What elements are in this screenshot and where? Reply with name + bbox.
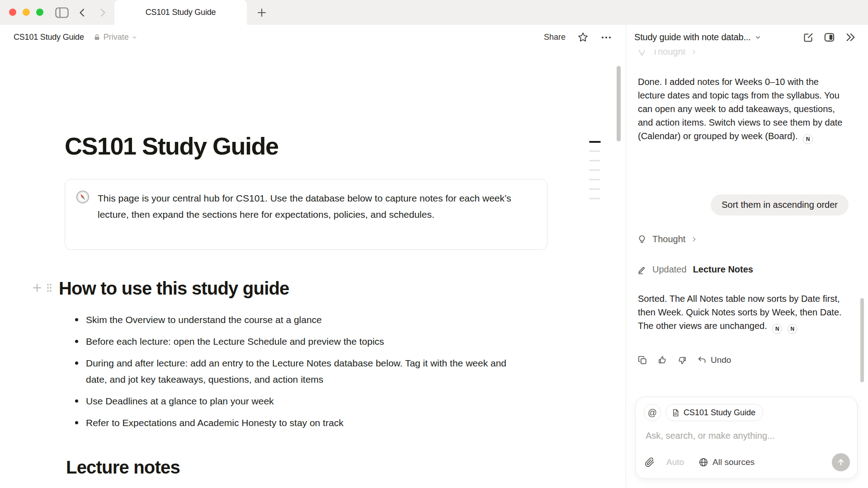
assistant-message: Sorted. The All Notes table now sorts by… (638, 292, 847, 334)
section-heading-row: How to use this study guide (32, 278, 289, 299)
list-item[interactable]: Before each lecture: open the Lecture Sc… (66, 333, 509, 350)
list-item[interactable]: Skim the Overview to understand the cour… (66, 312, 509, 328)
user-message-text: Sort them in ascending order (722, 200, 838, 210)
undo-arrow-icon (697, 355, 707, 365)
notion-page-link-icon[interactable]: N (803, 134, 813, 144)
context-page-chip[interactable]: CS101 Study Guide (665, 404, 763, 421)
sidebar-toggle-icon[interactable] (54, 0, 70, 25)
list-item[interactable]: Refer to Expectations and Academic Hones… (66, 415, 509, 431)
undo-label: Undo (711, 355, 731, 365)
favorite-star-icon[interactable] (577, 32, 589, 43)
attach-paperclip-icon[interactable] (645, 457, 655, 467)
thread-selector[interactable]: Study guide with note datab... (634, 32, 761, 42)
lock-icon (93, 33, 101, 41)
ai-panel: Study guide with note datab... (626, 25, 868, 488)
new-tab-icon[interactable] (255, 0, 269, 25)
updated-page-row[interactable]: Updated Lecture Notes (637, 264, 753, 275)
mention-button[interactable]: @ (644, 404, 661, 421)
ai-panel-header: Study guide with note datab... (626, 25, 868, 50)
panel-layout-icon[interactable] (824, 32, 835, 43)
assistant-message-text: Done. I added notes for Weeks 0–10 with … (638, 77, 842, 141)
page-header: CS101 Study Guide Private Share (0, 25, 626, 50)
chat-composer[interactable]: @ CS101 Study Guide Ask, search, or make… (635, 397, 858, 479)
context-page-name: CS101 Study Guide (684, 408, 755, 418)
drag-handle-icon[interactable] (46, 283, 52, 295)
thought-toggle-row[interactable]: Thought (637, 234, 698, 244)
toc-dash (589, 160, 600, 161)
toc-dash (589, 188, 600, 190)
close-window-button[interactable] (9, 9, 16, 16)
callout-text: This page is your central hub for CS101.… (98, 190, 520, 223)
lecture-notes-heading[interactable]: Lecture notes (66, 457, 180, 478)
thought-label: Thought (652, 234, 685, 244)
assistant-message-text: Sorted. The All Notes table now sorts by… (638, 294, 842, 331)
table-of-contents-indicator[interactable] (589, 141, 601, 207)
breadcrumb[interactable]: CS101 Study Guide (14, 33, 84, 42)
collapse-panel-icon[interactable] (845, 32, 856, 43)
callout-block[interactable]: This page is your central hub for CS101.… (65, 179, 547, 250)
chevron-down-icon (132, 34, 137, 40)
send-button[interactable] (832, 453, 850, 471)
at-sign-icon: @ (648, 408, 657, 418)
composer-toolbar: Auto All sources (645, 453, 850, 471)
page-title[interactable]: CS101 Study Guide (65, 132, 278, 160)
thread-title: Study guide with note datab... (634, 32, 751, 42)
lightbulb-icon (637, 50, 647, 57)
edit-pencil-icon (637, 265, 647, 275)
user-message-bubble: Sort them in ascending order (711, 194, 849, 216)
tab-cs101-study-guide[interactable]: CS101 Study Guide (114, 0, 247, 25)
composer-context-row: @ CS101 Study Guide (644, 404, 763, 421)
compass-emoji-icon[interactable] (76, 190, 90, 204)
thumbs-up-icon[interactable] (657, 355, 667, 365)
toc-dash (589, 169, 600, 171)
panel-scrollbar-thumb[interactable] (860, 298, 864, 382)
updated-page-name: Lecture Notes (693, 264, 753, 275)
new-chat-compose-icon[interactable] (803, 32, 814, 43)
toc-dash (589, 150, 600, 152)
model-auto-selector[interactable]: Auto (666, 457, 684, 467)
document-icon (671, 408, 680, 417)
arrow-up-icon (836, 458, 845, 467)
window-titlebar: CS101 Study Guide (0, 0, 868, 25)
list-item[interactable]: Use Deadlines at a glance to plan your w… (66, 393, 509, 409)
list-item[interactable]: During and after lecture: add an entry t… (66, 355, 509, 388)
lightbulb-icon (637, 235, 647, 244)
toc-dash (589, 198, 600, 199)
notion-window: CS101 Study Guide CS101 Study Guide Priv… (0, 0, 868, 488)
share-button[interactable]: Share (544, 33, 566, 42)
chevron-down-icon (755, 34, 761, 41)
thought-label: Thought (652, 50, 685, 57)
main-scrollbar-thumb[interactable] (617, 66, 621, 141)
toc-dash-active (589, 141, 601, 143)
tab-title: CS101 Study Guide (146, 8, 216, 17)
nav-back-icon[interactable] (76, 0, 89, 25)
minimize-window-button[interactable] (23, 9, 30, 16)
copy-icon[interactable] (637, 355, 647, 365)
add-block-icon[interactable] (32, 282, 42, 295)
chat-input[interactable]: Ask, search, or make anything... (646, 431, 844, 441)
assistant-message: Done. I added notes for Weeks 0–10 with … (638, 75, 847, 144)
sources-label: All sources (712, 457, 755, 467)
nav-forward-icon[interactable] (96, 0, 109, 25)
bullet-list: Skim the Overview to understand the cour… (66, 312, 509, 436)
notion-page-link-icon[interactable]: N (788, 324, 797, 334)
how-to-heading[interactable]: How to use this study guide (59, 278, 289, 299)
chevron-right-icon (691, 50, 697, 55)
fullscreen-window-button[interactable] (36, 9, 43, 16)
more-options-icon[interactable] (600, 32, 612, 43)
privacy-label: Private (104, 33, 129, 42)
undo-button[interactable]: Undo (697, 355, 731, 365)
privacy-selector[interactable]: Private (93, 33, 137, 42)
chevron-right-icon (691, 236, 698, 243)
previous-thought-row-faded[interactable]: Thought (637, 50, 697, 64)
sources-selector[interactable]: All sources (698, 457, 755, 467)
message-actions-row: Undo (637, 355, 731, 365)
globe-icon (698, 457, 708, 467)
thumbs-down-icon[interactable] (677, 355, 687, 365)
toc-dash (589, 179, 600, 180)
notion-page-link-icon[interactable]: N (772, 324, 782, 334)
updated-label: Updated (652, 264, 687, 275)
